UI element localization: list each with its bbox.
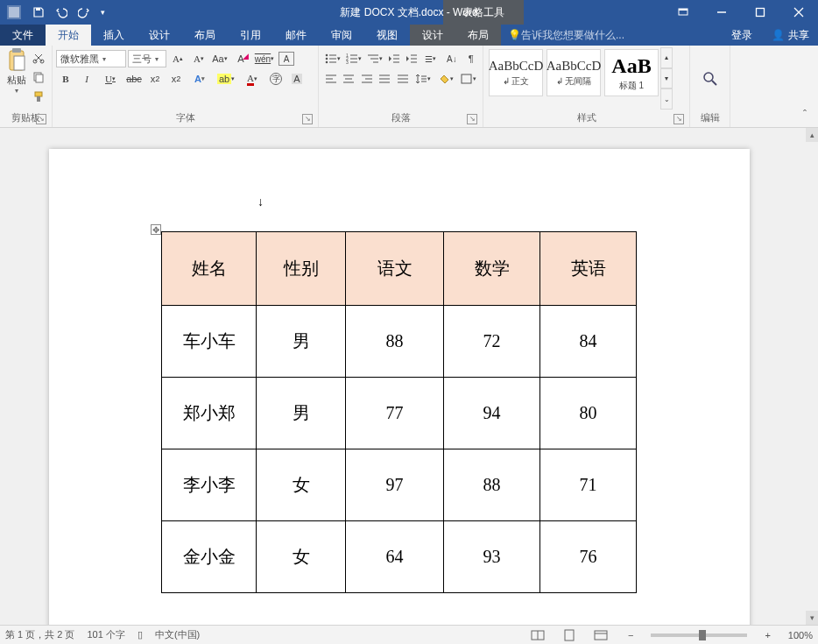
show-marks-button[interactable]: ¶ — [463, 50, 479, 67]
sort-button[interactable]: A↓ — [441, 50, 462, 67]
close-button[interactable] — [779, 0, 818, 25]
italic-button[interactable]: I — [77, 70, 96, 88]
change-case-button[interactable]: Aa▾ — [210, 50, 229, 67]
font-color-button[interactable]: A ▾ — [240, 70, 264, 88]
text-effects-button[interactable]: A ▾ — [187, 70, 212, 88]
spellcheck-button[interactable]: ▯ — [138, 629, 143, 640]
table-cell[interactable]: 88 — [444, 449, 540, 521]
table-header-cell[interactable]: 语文 — [346, 232, 444, 306]
zoom-level-label[interactable]: 100% — [788, 630, 813, 640]
clear-formatting-button[interactable]: A◢ — [231, 50, 250, 67]
scroll-up-button[interactable]: ▴ — [806, 128, 818, 142]
language-label[interactable]: 中文(中国) — [155, 628, 200, 641]
superscript-button[interactable]: x2 — [166, 70, 186, 88]
table-cell[interactable]: 金小金 — [162, 521, 257, 593]
subscript-button[interactable]: x2 — [145, 70, 165, 88]
table-header-cell[interactable]: 英语 — [540, 232, 637, 306]
minimize-button[interactable] — [702, 0, 741, 25]
table-cell[interactable]: 93 — [444, 521, 540, 593]
redo-button[interactable] — [74, 3, 95, 22]
style-no-spacing[interactable]: AaBbCcD ↲ 无间隔 — [547, 49, 601, 96]
undo-button[interactable] — [51, 3, 72, 22]
align-right-button[interactable] — [358, 70, 376, 88]
cut-button[interactable] — [29, 49, 48, 67]
table-cell[interactable]: 72 — [444, 306, 540, 378]
tab-mailings[interactable]: 邮件 — [273, 25, 319, 46]
numbering-button[interactable]: 123▾ — [343, 50, 363, 67]
enclose-characters-button[interactable]: 字 — [266, 70, 286, 88]
maximize-button[interactable] — [741, 0, 779, 25]
scroll-down-icon[interactable]: ▾ — [660, 68, 673, 89]
tab-insert[interactable]: 插入 — [91, 25, 137, 46]
bold-button[interactable]: B — [56, 70, 75, 88]
asian-layout-button[interactable]: ☰▾ — [420, 50, 441, 67]
tab-review[interactable]: 审阅 — [319, 25, 364, 46]
highlight-button[interactable]: ab ▾ — [214, 70, 238, 88]
line-spacing-button[interactable]: ▾ — [413, 70, 434, 88]
table-cell[interactable]: 郑小郑 — [162, 378, 257, 449]
underline-button[interactable]: U ▾ — [98, 70, 123, 88]
table-cell[interactable]: 97 — [346, 449, 444, 521]
shading-button[interactable]: ▾ — [434, 70, 456, 88]
copy-button[interactable] — [29, 68, 48, 86]
table-header-cell[interactable]: 数学 — [444, 232, 540, 306]
table-cell[interactable]: 84 — [540, 306, 637, 378]
zoom-in-button[interactable]: + — [759, 630, 775, 640]
character-shading-button[interactable]: A — [287, 70, 307, 88]
align-left-button[interactable] — [322, 70, 340, 88]
find-button[interactable] — [702, 70, 719, 88]
tab-file[interactable]: 文件 — [0, 25, 46, 46]
dialog-launcher-icon[interactable]: ↘ — [36, 114, 46, 124]
scroll-down-button[interactable]: ▾ — [806, 611, 818, 625]
styles-gallery-scroller[interactable]: ▴ ▾ ⌄ — [660, 47, 673, 110]
distributed-button[interactable] — [394, 70, 412, 88]
read-mode-button[interactable] — [528, 627, 547, 643]
table-cell[interactable]: 77 — [346, 378, 444, 449]
table-cell[interactable]: 80 — [540, 378, 637, 449]
table-cell[interactable]: 女 — [257, 521, 346, 593]
print-layout-button[interactable] — [560, 627, 579, 643]
strikethrough-button[interactable]: abc — [124, 70, 144, 88]
zoom-out-button[interactable]: − — [623, 630, 638, 640]
style-heading-1[interactable]: AaB 标题 1 — [604, 49, 659, 96]
scroll-up-icon[interactable]: ▴ — [660, 47, 673, 68]
tab-table-layout[interactable]: 布局 — [455, 25, 501, 46]
dialog-launcher-icon[interactable]: ↘ — [302, 114, 313, 124]
table-cell[interactable]: 76 — [540, 521, 637, 593]
justify-button[interactable] — [377, 70, 394, 88]
table-cell[interactable]: 女 — [257, 449, 346, 521]
shrink-font-button[interactable]: A▾ — [189, 50, 208, 67]
font-size-combo[interactable]: 三号▾ — [128, 50, 166, 67]
style-normal[interactable]: AaBbCcD ↲ 正文 — [489, 49, 543, 96]
web-layout-button[interactable] — [591, 627, 610, 643]
table-cell[interactable]: 88 — [346, 306, 444, 378]
ribbon-options-button[interactable] — [664, 0, 702, 25]
tab-layout[interactable]: 布局 — [182, 25, 228, 46]
grow-font-button[interactable]: A▴ — [168, 50, 187, 67]
tab-table-design[interactable]: 设计 — [410, 25, 455, 46]
word-count-label[interactable]: 101 个字 — [87, 628, 124, 641]
phonetic-guide-button[interactable]: wén▾ — [252, 50, 277, 67]
sign-in-button[interactable]: 登录 — [721, 25, 763, 46]
data-table[interactable]: 姓名 性别 语文 数学 英语 车小车 男 88 72 84 郑小郑 男 77 9… — [161, 231, 637, 593]
table-cell[interactable]: 男 — [257, 378, 346, 449]
dialog-launcher-icon[interactable]: ↘ — [467, 114, 477, 124]
vertical-scrollbar[interactable]: ▴ ▾ — [806, 128, 818, 625]
table-cell[interactable]: 李小李 — [162, 449, 257, 521]
table-cell[interactable]: 男 — [257, 306, 346, 378]
dialog-launcher-icon[interactable]: ↘ — [673, 114, 684, 124]
paste-button[interactable]: 粘贴 ▾ — [4, 47, 29, 110]
increase-indent-button[interactable] — [404, 50, 420, 67]
bullets-button[interactable]: ▾ — [322, 50, 342, 67]
tab-view[interactable]: 视图 — [364, 25, 410, 46]
table-cell[interactable]: 车小车 — [162, 306, 257, 378]
multilevel-list-button[interactable]: ▾ — [365, 50, 385, 67]
table-header-cell[interactable]: 姓名 — [162, 232, 257, 306]
format-painter-button[interactable] — [29, 88, 48, 105]
table-move-handle[interactable]: ✥ — [151, 224, 161, 235]
table-header-cell[interactable]: 性别 — [257, 232, 346, 306]
font-name-combo[interactable]: 微软雅黑▾ — [56, 50, 126, 67]
collapse-ribbon-button[interactable]: ˆ — [795, 106, 814, 124]
zoom-slider[interactable] — [651, 633, 747, 637]
save-button[interactable] — [28, 3, 49, 22]
